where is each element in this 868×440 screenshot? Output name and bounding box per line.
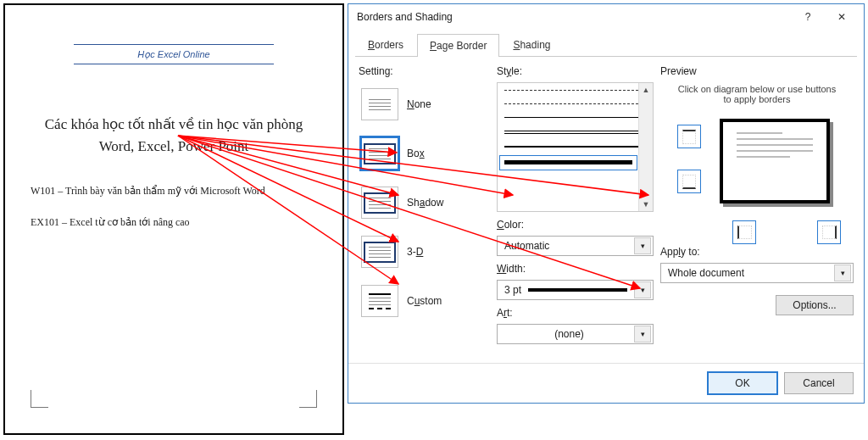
width-label: Width:: [497, 263, 654, 275]
tab-borders[interactable]: Borders: [355, 33, 416, 56]
setting-thumb-icon: [361, 187, 398, 219]
color-label: Color:: [497, 219, 654, 231]
color-value: Automatic: [504, 240, 549, 252]
page-body-line: W101 – Trình bày văn bản thẩm mỹ với Mic…: [31, 185, 317, 198]
art-combo[interactable]: (none) ▾: [497, 324, 654, 344]
width-sample-icon: [528, 288, 627, 292]
preview-hint: Click on diagram below or use buttons to…: [660, 84, 854, 104]
chevron-down-icon: ▾: [634, 281, 651, 298]
art-value: (none): [504, 328, 634, 340]
ok-button[interactable]: OK: [708, 372, 777, 394]
borders-shading-dialog: Borders and Shading ? ✕ Borders Page Bor…: [348, 3, 865, 404]
chevron-down-icon: ▾: [634, 237, 651, 254]
tab-shading[interactable]: Shading: [500, 33, 563, 56]
preview-label: Preview: [660, 65, 854, 77]
tab-page-border[interactable]: Page Border: [417, 34, 499, 57]
scrollbar[interactable]: ▲▼: [638, 83, 653, 211]
setting-box[interactable]: Box: [359, 131, 490, 175]
setting-label-text: Custom: [407, 295, 442, 307]
art-label: Art:: [497, 307, 654, 319]
apply-to-label: Apply to:: [660, 246, 854, 258]
page-headline-1: Các khóa học tốt nhất về tin học văn phò…: [31, 115, 317, 133]
setting-label-text: Shadow: [407, 197, 443, 209]
apply-to-value: Whole document: [668, 267, 744, 279]
chevron-up-icon: ▲: [643, 83, 650, 97]
setting-thumb-icon: [361, 236, 398, 268]
border-right-button[interactable]: [817, 220, 841, 244]
help-icon: ?: [805, 11, 811, 23]
style-option-selected[interactable]: [504, 160, 632, 165]
style-option[interactable]: [504, 90, 638, 92]
cancel-button[interactable]: Cancel: [784, 372, 854, 394]
page-headline-2: Word, Excel, Power Point: [31, 138, 317, 155]
preview-page-icon[interactable]: [720, 119, 830, 203]
chevron-down-icon: ▾: [834, 265, 851, 281]
page-body-line: EX101 – Excel từ cơ bản tới nâng cao: [31, 216, 317, 229]
setting-label-text: Box: [407, 148, 425, 159]
document-page: Học Excel Online Các khóa học tốt nhất v…: [3, 3, 344, 435]
help-button[interactable]: ?: [791, 5, 825, 29]
style-option[interactable]: [504, 117, 638, 119]
page-brand: Học Excel Online: [74, 45, 275, 64]
border-bottom-button[interactable]: [677, 170, 701, 193]
width-value: 3 pt: [504, 284, 521, 296]
style-label: Style:: [497, 65, 654, 77]
dialog-button-bar: OK Cancel: [348, 363, 864, 403]
style-option[interactable]: [504, 146, 638, 148]
options-button[interactable]: Options...: [776, 295, 854, 315]
setting-thumb-icon: [361, 88, 398, 120]
width-combo[interactable]: 3 pt ▾: [497, 280, 654, 300]
close-button[interactable]: ✕: [825, 5, 859, 29]
setting-none[interactable]: None: [359, 82, 490, 126]
dialog-title: Borders and Shading: [357, 11, 791, 23]
style-listbox[interactable]: ▲▼: [497, 82, 654, 212]
setting-thumb-icon: [361, 285, 398, 317]
setting-label-text: 3-D: [407, 246, 423, 258]
dialog-titlebar: Borders and Shading ? ✕: [348, 4, 864, 30]
color-combo[interactable]: Automatic ▾: [497, 236, 654, 256]
chevron-down-icon: ▼: [643, 198, 650, 211]
setting-thumb-icon: [361, 137, 398, 170]
border-top-button[interactable]: [677, 125, 701, 148]
border-left-button[interactable]: [732, 220, 756, 244]
setting-3d[interactable]: 3-D: [359, 230, 490, 274]
style-option[interactable]: [504, 103, 638, 105]
setting-custom[interactable]: Custom: [359, 279, 490, 323]
style-option[interactable]: [504, 131, 638, 134]
setting-label-text: None: [407, 98, 431, 110]
close-icon: ✕: [837, 11, 846, 23]
chevron-down-icon: ▾: [634, 326, 651, 343]
setting-shadow[interactable]: Shadow: [359, 181, 490, 225]
apply-to-combo[interactable]: Whole document ▾: [660, 263, 854, 283]
page-header: Học Excel Online: [74, 44, 275, 64]
crop-mark-icon: [31, 390, 48, 408]
preview-diagram: [660, 114, 854, 246]
dialog-tabs: Borders Page Border Shading: [348, 30, 864, 56]
crop-mark-icon: [299, 390, 317, 408]
setting-label: Setting:: [359, 65, 490, 77]
